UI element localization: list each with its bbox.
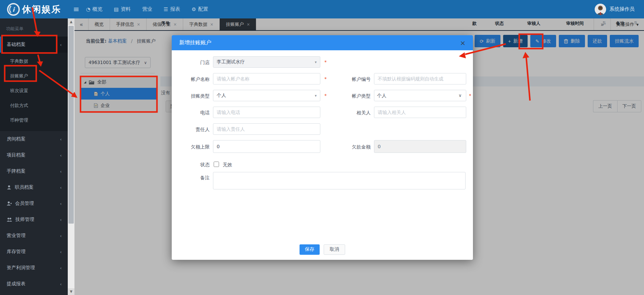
modal-header: 新增挂账账户 × [172,35,473,50]
content-area: « 概览 手牌信息 × 储值方案 × 字典数据 × 挂账账户 × » [74,18,644,295]
store-dropdown[interactable]: 李工测试水疗 ▾ [213,56,320,68]
sidebar-item-payment-methods[interactable]: 付款方式 [0,98,68,113]
status-invalid-checkbox[interactable] [214,162,219,167]
caret-down-icon: ▾ [315,60,317,64]
chevron-left-icon: ‹ [60,153,62,158]
sidebar-item-dictionary[interactable]: 字典数据 [0,54,68,69]
sidebar-item-hand-tags[interactable]: 手牌档案‹ [0,163,68,179]
sidebar-item-staff[interactable]: 职员档案‹ [0,179,68,195]
app-logo[interactable]: i 休闲娱乐 [0,0,68,18]
tachometer-icon: ◔ [86,6,90,12]
chevron-left-icon: ‹ [60,266,62,271]
sidebar-item-commission-report[interactable]: 提成报表‹ [0,276,68,292]
scrollbar-thumb[interactable] [68,26,74,224]
chevron-left-icon: ‹ [60,249,62,254]
scroll-up-icon[interactable]: ▲ [68,18,74,25]
user-name: 系统操作员 [609,6,635,12]
account-no-input[interactable] [374,73,466,84]
status-checkbox-label: 无效 [223,162,232,168]
chevron-left-icon: ‹ [60,217,62,222]
app-window: i 休闲娱乐 ≡ ◔ 概览 ▤ 资料 营业 ☰ 报表 ⚙ 配置 [0,0,644,295]
sidebar-header: 功能菜单 [0,18,68,37]
credit-type-dropdown[interactable]: 个人 ▾ [213,90,320,101]
close-icon[interactable]: × [460,39,466,47]
remark-label: 备注 [200,175,210,181]
responsible-label: 责任人 [196,127,210,133]
account-type-label: 帐户类型 [352,93,371,99]
sidebar: 功能菜单 基础档案 ‹ 字典数据 挂账账户 班次设置 付款方式 币种管理 房间档… [0,18,68,295]
top-navbar: i 休闲娱乐 ≡ ◔ 概览 ▤ 资料 营业 ☰ 报表 ⚙ 配置 [0,0,644,18]
responsible-input[interactable] [213,123,320,135]
cancel-button[interactable]: 取消 [324,244,345,255]
menu-item-config[interactable]: ⚙ 配置 [192,6,208,12]
book-icon: ▤ [114,6,119,12]
chevron-left-icon: ‹ [60,233,62,238]
related-person-input[interactable] [374,107,466,118]
user-menu[interactable]: 系统操作员 [595,0,635,18]
required-star: * [324,76,327,81]
remark-textarea[interactable] [213,172,466,189]
menu-item-business[interactable]: 营业 [142,6,152,12]
user-plus-icon [7,201,12,206]
sidebar-item-projects[interactable]: 项目档案‹ [0,147,68,163]
related-person-label: 相关人 [357,110,371,116]
app-title: 休闲娱乐 [22,3,61,15]
chevron-left-icon: ‹ [60,185,62,190]
status-label: 状态 [200,162,210,168]
sidebar-item-inventory[interactable]: 库存管理‹ [0,244,68,260]
account-no-label: 帐户编号 [352,76,371,82]
menu-item-overview[interactable]: ◔ 概览 [86,6,102,12]
required-star: * [324,93,327,98]
sidebar-item-members[interactable]: 会员管理‹ [0,195,68,212]
user-icon [7,185,11,190]
debt-amount-label: 欠款金额 [352,144,371,150]
svg-text:i: i [12,6,15,13]
debt-limit-label: 欠额上限 [191,144,210,150]
users-icon [7,217,12,222]
sidebar-item-basic-archives[interactable]: 基础档案 ‹ [0,37,68,53]
account-type-select[interactable]: 个人 [374,90,466,101]
debt-amount-input [374,140,466,153]
required-star: * [469,93,471,98]
sidebar-item-currency[interactable]: 币种管理 [0,113,68,128]
phone-input[interactable] [213,107,320,118]
modal-footer: 保存 取消 [172,239,473,260]
sidebar-item-technicians[interactable]: 技师管理‹ [0,212,68,228]
account-name-input[interactable] [213,73,320,84]
menu-item-data[interactable]: ▤ 资料 [114,6,131,12]
chevron-left-icon: ‹ [60,282,62,287]
avatar [595,4,606,15]
chevron-left-icon: ‹ [60,137,62,142]
main-menu: ◔ 概览 ▤ 资料 营业 ☰ 报表 ⚙ 配置 [86,6,208,12]
sidebar-item-assets-profit[interactable]: 资产利润管理‹ [0,260,68,276]
logo-icon: i [7,3,20,16]
debt-limit-input[interactable] [213,140,320,153]
required-star: * [324,59,327,65]
chevron-left-icon: ‹ [60,169,62,174]
credit-type-label: 挂账类型 [191,93,210,99]
sidebar-item-business-mgmt[interactable]: 营业管理‹ [0,228,68,244]
chevron-left-icon: ‹ [60,42,62,47]
sidebar-item-credit-accounts[interactable]: 挂账账户 [0,69,68,83]
chevron-left-icon: ‹ [60,201,62,206]
gears-icon: ⚙ [192,6,196,12]
save-button[interactable]: 保存 [300,244,320,255]
sidebar-scrollbar[interactable]: ▲ ▼ [68,18,74,295]
menu-item-reports[interactable]: ☰ 报表 [164,6,180,12]
sidebar-submenu: 字典数据 挂账账户 班次设置 付款方式 币种管理 [0,53,68,131]
modal-title: 新增挂账账户 [179,39,211,46]
scroll-down-icon[interactable]: ▼ [68,288,74,295]
sidebar-item-shift-settings[interactable]: 班次设置 [0,83,68,98]
database-icon: ☰ [164,6,168,12]
caret-down-icon: ▾ [315,94,317,98]
phone-label: 电话 [200,110,210,116]
sidebar-item-rooms[interactable]: 房间档案‹ [0,131,68,147]
store-field-label: 门店 [200,60,210,66]
add-credit-account-modal: 新增挂账账户 × 门店 李工测试水疗 ▾ * 帐户名称 * 帐户编号 挂账类型 … [172,35,473,260]
hamburger-icon[interactable]: ≡ [68,5,86,13]
account-name-label: 帐户名称 [191,76,210,82]
